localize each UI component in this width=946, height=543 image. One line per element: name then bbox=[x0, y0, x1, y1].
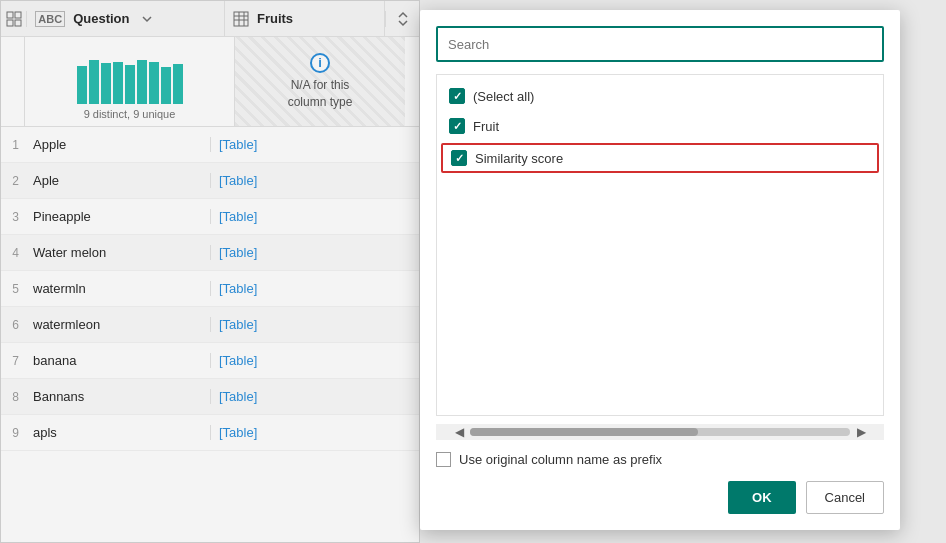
check-label-similarity_score: Similarity score bbox=[475, 151, 563, 166]
checkbox-fruit[interactable] bbox=[449, 118, 465, 134]
button-row: OK Cancel bbox=[436, 481, 884, 514]
scroll-thumb bbox=[470, 428, 698, 436]
prefix-label: Use original column name as prefix bbox=[459, 452, 662, 467]
scroll-right-arrow[interactable]: ▶ bbox=[854, 425, 868, 439]
scroll-left-arrow[interactable]: ◀ bbox=[452, 425, 466, 439]
checklist-item-similarity_score[interactable]: Similarity score bbox=[441, 143, 879, 173]
dialog: (Select all) Fruit Similarity score ◀ ▶ … bbox=[420, 10, 900, 530]
prefix-checkbox[interactable] bbox=[436, 452, 451, 467]
scroll-track[interactable] bbox=[470, 428, 850, 436]
prefix-row: Use original column name as prefix bbox=[436, 452, 884, 467]
check-label-fruit: Fruit bbox=[473, 119, 499, 134]
check-label-select_all: (Select all) bbox=[473, 89, 534, 104]
ok-button[interactable]: OK bbox=[728, 481, 796, 514]
search-input[interactable] bbox=[436, 26, 884, 62]
checkbox-similarity_score[interactable] bbox=[451, 150, 467, 166]
dialog-footer: Use original column name as prefix OK Ca… bbox=[436, 452, 884, 514]
checklist-item-select_all[interactable]: (Select all) bbox=[437, 81, 883, 111]
checklist-item-fruit[interactable]: Fruit bbox=[437, 111, 883, 141]
checkbox-select_all[interactable] bbox=[449, 88, 465, 104]
scrollbar-area: ◀ ▶ bbox=[436, 424, 884, 440]
cancel-button[interactable]: Cancel bbox=[806, 481, 884, 514]
checklist: (Select all) Fruit Similarity score bbox=[436, 74, 884, 416]
